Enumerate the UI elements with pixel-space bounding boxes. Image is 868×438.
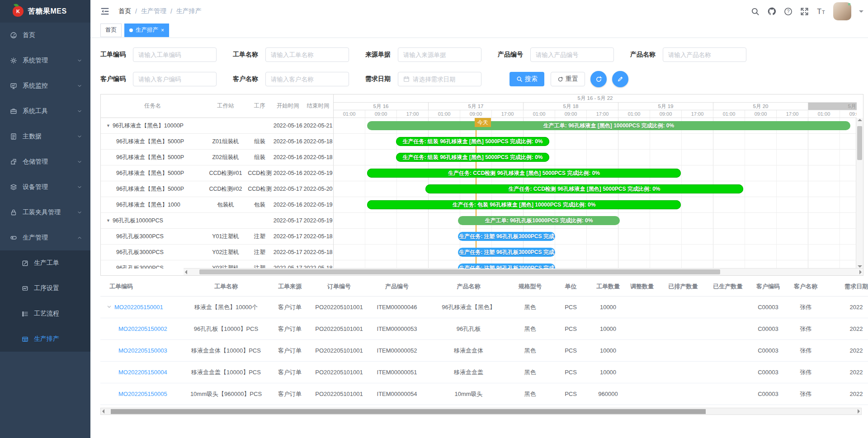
sidebar-collapse-icon[interactable] (100, 7, 109, 16)
scrollbar-thumb[interactable] (111, 409, 706, 414)
gantt-order-bar[interactable]: 生产工单: 96孔孔板10000PCS 完成比例: 0% (458, 216, 620, 225)
gantt-row[interactable]: 96孔孔板3000PCSY02注塑机注塑2022-05-172022-05-18 (101, 245, 333, 260)
gantt-row[interactable]: 96孔孔板3000PCSY03注塑机注塑2022-05-172022-05-18 (101, 260, 333, 268)
source-doc-input-field[interactable] (403, 52, 476, 58)
table-row[interactable]: MO20220515000296孔孔板【10000】PCS客户订单PO20220… (100, 318, 868, 340)
sidebar-item-home[interactable]: 首页 (0, 23, 90, 48)
process: CCD检测 (246, 185, 273, 193)
table-horizontal-scrollbar[interactable] (100, 408, 862, 415)
work-order-link[interactable]: MO202205150003 (118, 347, 167, 354)
gantt-row[interactable]: ▼96孔孔板10000PCS2022-05-172022-05-19 (101, 213, 333, 229)
gantt-row[interactable]: 96孔移液盒【黑色】1000包装机包装2022-05-162022-05-19 (101, 197, 333, 213)
demand-date-input-field[interactable] (413, 76, 476, 83)
sidebar-item-production-schedule[interactable]: 生产排产 (0, 326, 90, 352)
avatar[interactable] (833, 2, 851, 20)
cell-demand_date: 2022 (827, 391, 868, 397)
gantt-horizontal-scrollbar[interactable] (184, 268, 863, 275)
gantt-order-bar[interactable]: 生产工单: 96孔移液盒 [黑色] 10000PCS 完成比例: 0% (367, 121, 850, 130)
caret-down-icon[interactable] (859, 10, 863, 15)
customer-name-input[interactable] (265, 72, 349, 86)
customer-code-input-field[interactable] (138, 76, 211, 83)
work-order-code-input[interactable] (133, 47, 217, 62)
customer-name-input-field[interactable] (271, 76, 344, 83)
gantt-row[interactable]: 96孔移液盒【黑色】5000PCCD检测#01CCD检测2022-05-1620… (101, 165, 333, 181)
tab-production-schedule[interactable]: 生产排产× (124, 24, 169, 37)
sidebar-item-equipment[interactable]: 设备管理 (0, 174, 90, 200)
sidebar-item-system-admin[interactable]: 系统管理 (0, 48, 90, 73)
column-header-code: 工单编码 (100, 283, 181, 291)
work-order-code-input-field[interactable] (138, 52, 211, 58)
gantt-row[interactable]: ▼96孔移液盒【黑色】10000P2022-05-162022-05-21 (101, 118, 333, 134)
sidebar-item-system-tools[interactable]: 系统工具 (0, 99, 90, 124)
help-icon[interactable]: ? (784, 7, 793, 16)
customer-code-input[interactable] (133, 72, 217, 86)
edit-schedule-button[interactable] (612, 71, 628, 87)
field-label: 工单编码 (100, 51, 127, 59)
product-name-input[interactable] (663, 47, 746, 62)
search-icon[interactable] (751, 7, 760, 16)
sidebar-item-production-order[interactable]: 生产工单 (0, 250, 90, 276)
sidebar-item-master-data[interactable]: 主数据 (0, 124, 90, 149)
sidebar-item-process-flow[interactable]: 工艺流程 (0, 301, 90, 326)
search-button[interactable]: 搜索 (509, 72, 544, 86)
tab-home[interactable]: 首页 (100, 24, 122, 37)
chevron-down-icon[interactable] (107, 304, 112, 311)
gantt-row[interactable]: 96孔孔板3000PCSY01注塑机注塑2022-05-172022-05-18 (101, 229, 333, 245)
scroll-down-arrow[interactable] (858, 265, 862, 268)
refresh-schedule-button[interactable] (590, 71, 607, 87)
scrollbar-thumb[interactable] (199, 269, 720, 274)
scroll-left-arrow[interactable] (102, 409, 104, 414)
gantt-task-bar[interactable]: 生产任务: 组装 96孔移液盒 [黑色] 5000PCS 完成比例: 0% (396, 153, 549, 162)
gantt-task-bar[interactable]: 生产任务: CCD检测 96孔移液盒 [黑色] 5000PCS 完成比例: 0% (425, 184, 743, 193)
collapse-triangle-icon[interactable]: ▼ (106, 123, 110, 128)
timeline-hour-label: 09:00 (650, 110, 682, 118)
gantt-task-bar[interactable]: 生产任务: CCD检测 96孔移液盒 [黑色] 5000PCS 完成比例: 0% (367, 169, 681, 178)
collapse-triangle-icon[interactable]: ▼ (106, 218, 110, 223)
font-size-icon[interactable]: TT (816, 7, 826, 16)
sidebar-item-production[interactable]: 生产管理 (0, 225, 90, 250)
close-icon[interactable]: × (161, 28, 164, 33)
scroll-right-arrow[interactable] (859, 270, 862, 274)
table-row[interactable]: MO202205150001移液盒【黑色】10000个客户订单PO2022051… (100, 297, 868, 318)
gantt-task-bar[interactable]: 生产任务: 组装 96孔移液盒 [黑色] 5000PCS 完成比例: 0% (396, 137, 549, 146)
work-order-name-input-field[interactable] (271, 52, 344, 58)
demand-date-input[interactable] (398, 72, 481, 86)
source-doc-input[interactable] (398, 47, 481, 62)
table-row[interactable]: MO20220515000510mm吸头【960000】PCS客户订单PO202… (100, 383, 868, 405)
sidebar-item-system-monitor[interactable]: 系统监控 (0, 73, 90, 99)
github-icon[interactable] (767, 7, 776, 16)
gantt-task-bar[interactable]: 生产任务: 注塑 96孔孔板3000PCS 完成 (458, 248, 555, 257)
scroll-left-arrow[interactable] (185, 270, 187, 274)
sidebar-item-warehouse[interactable]: 仓储管理 (0, 149, 90, 174)
fullscreen-icon[interactable] (800, 7, 809, 16)
work-order-link[interactable]: MO202205150001 (114, 304, 163, 311)
product-code-input[interactable] (530, 47, 614, 62)
scroll-up-arrow[interactable] (858, 119, 862, 121)
scrollbar-thumb[interactable] (857, 126, 862, 160)
column-header-unit: 单位 (547, 283, 594, 291)
gantt-row[interactable]: 96孔移液盒【黑色】5000PZ02组装机组装2022-05-162022-05… (101, 150, 333, 165)
sidebar-item-process-setting[interactable]: 工序设置 (0, 276, 90, 301)
sidebar-item-fixture[interactable]: 工装夹具管理 (0, 200, 90, 225)
process: CCD检测 (246, 170, 273, 177)
gantt-row[interactable]: 96孔移液盒【黑色】5000PCCD检测#02CCD检测2022-05-1720… (101, 181, 333, 197)
scroll-right-arrow[interactable] (858, 409, 860, 414)
work-order-link[interactable]: MO202205150004 (118, 369, 167, 376)
cell-spec: 黑色 (513, 390, 547, 398)
gantt-task-bar[interactable]: 生产任务: 注塑 96孔孔板3000PCS 完成 (458, 264, 555, 268)
reset-button[interactable]: 重置 (551, 72, 585, 86)
breadcrumb-production[interactable]: 生产管理 (141, 7, 166, 15)
gantt-task-bar[interactable]: 生产任务: 包装 96孔移液盒 [黑色] 10000PCS 完成比例: 0% (367, 200, 681, 209)
work-order-link[interactable]: MO202205150002 (118, 325, 167, 332)
logo-bar[interactable]: K 苦糖果MES (0, 0, 90, 23)
gantt-row[interactable]: 96孔移液盒【黑色】5000PZ01组装机组装2022-05-162022-05… (101, 134, 333, 150)
gantt-vertical-scrollbar[interactable] (856, 118, 863, 268)
gantt-task-bar[interactable]: 生产任务: 注塑 96孔孔板3000PCS 完成 (458, 232, 555, 241)
work-order-link[interactable]: MO202205150005 (118, 391, 167, 397)
work-order-name-input[interactable] (265, 47, 349, 62)
product-code-input-field[interactable] (536, 52, 609, 58)
product-name-input-field[interactable] (668, 52, 741, 58)
table-row[interactable]: MO202205150003移液盒盒体【10000】PCS客户订单PO20220… (100, 340, 868, 362)
breadcrumb-home[interactable]: 首页 (118, 7, 131, 15)
table-row[interactable]: MO202205150004移液盒盒盖【10000】PCS客户订单PO20220… (100, 362, 868, 383)
